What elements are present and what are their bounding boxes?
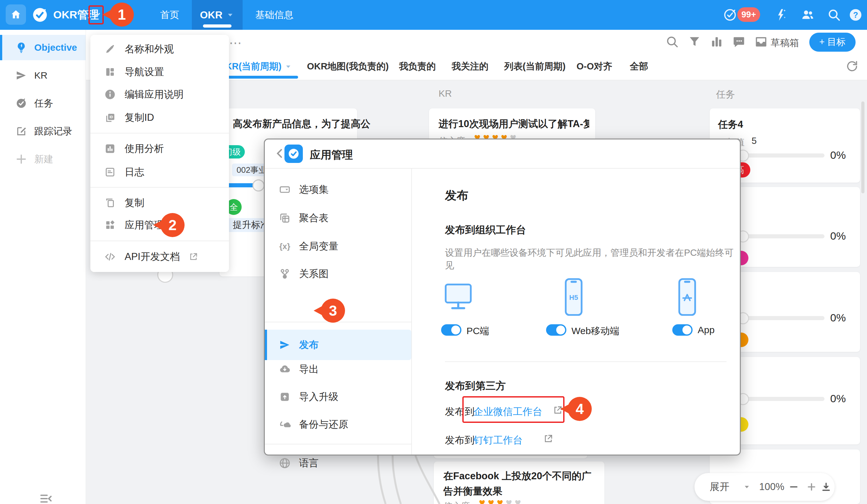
- sidebar-item-label: KR: [34, 70, 47, 81]
- okr-app-screen: ⋯ 草稿箱 + 目标 OKR(当前周期) OKR地图(我负责的) 我负责的 我关…: [0, 0, 867, 504]
- task-progress-value: 0%: [830, 149, 846, 161]
- sidebar-item-label: Objective: [34, 42, 77, 53]
- sidebar-item-task[interactable]: 任务: [0, 91, 86, 116]
- draftbox-label[interactable]: 草稿箱: [771, 36, 799, 50]
- progress-track[interactable]: [743, 316, 824, 320]
- app-grid-icon: [104, 219, 116, 231]
- column-header-kr: KR: [439, 88, 452, 99]
- section-divider: [445, 361, 727, 362]
- tab-okr-current-cycle[interactable]: OKR(当前周期): [218, 58, 292, 75]
- modal-app-icon: [285, 144, 303, 163]
- progress-value: 0%: [830, 311, 846, 324]
- modal-nav-backup-restore[interactable]: 备份与还原: [265, 414, 411, 435]
- search-icon[interactable]: [665, 35, 679, 49]
- publish-heading: 发布: [445, 188, 468, 204]
- help-icon[interactable]: ?: [849, 8, 863, 22]
- external-link-icon[interactable]: [543, 434, 553, 444]
- comment-icon[interactable]: [732, 35, 746, 49]
- progress-track[interactable]: [743, 234, 824, 238]
- code-icon: [104, 251, 116, 262]
- progress-track[interactable]: [743, 397, 824, 401]
- more-dots-icon[interactable]: ⋯: [229, 35, 243, 50]
- todo-check-icon[interactable]: [723, 8, 737, 22]
- collapse-sidebar-icon[interactable]: [39, 492, 53, 504]
- facebook-kr-card[interactable]: 在Facebook 上投放20个不同的广告并衡量效果 信心度 ♥♥♥♥♥: [434, 461, 604, 504]
- zoom-level: 100%: [759, 473, 784, 501]
- menu-item-copy-id[interactable]: ID 复制ID: [90, 108, 229, 128]
- app-settings-menu: 名称和外观 导航设置 编辑应用说明 ID 复制ID 使用分析 日志: [90, 35, 229, 272]
- download-icon[interactable]: [821, 473, 832, 501]
- add-objective-button[interactable]: + 目标: [809, 33, 856, 52]
- info-icon: [104, 89, 116, 100]
- facebook-card-title: 在Facebook 上投放20个不同的广告并衡量效果: [443, 469, 596, 499]
- tab-my-responsible[interactable]: 我负责的: [399, 58, 436, 75]
- log-icon: [104, 166, 116, 178]
- menu-item-edit-description[interactable]: 编辑应用说明: [90, 84, 229, 105]
- org-workbench-section-title: 发布到组织工作台: [445, 223, 526, 237]
- expand-caret-icon[interactable]: [743, 473, 751, 501]
- sidebar-item-track-record[interactable]: 跟踪记录: [0, 119, 86, 144]
- analytics-icon: [104, 143, 116, 154]
- tab-okr-map[interactable]: OKR地图(我负责的): [307, 58, 389, 75]
- braces-x-icon: {x}: [279, 240, 291, 252]
- menu-item-duplicate[interactable]: 复制: [90, 193, 229, 213]
- active-nav-underline: [203, 24, 232, 28]
- modal-nav-divider: [265, 444, 411, 445]
- menu-item-nav-settings[interactable]: 导航设置: [90, 62, 229, 82]
- menu-item-usage-analytics[interactable]: 使用分析: [90, 139, 229, 159]
- app-toggle[interactable]: [672, 324, 693, 336]
- edit-square-icon: [15, 125, 27, 137]
- tab-all[interactable]: 全部: [630, 58, 648, 75]
- draftbox-icon[interactable]: [754, 35, 768, 49]
- lightbulb-icon: [15, 42, 27, 54]
- confidence-hearts: ♥♥♥♥♥: [479, 496, 524, 504]
- app-logo-icon: [32, 7, 48, 23]
- refresh-icon[interactable]: [845, 59, 859, 73]
- home-button[interactable]: [6, 4, 26, 25]
- pencil-icon: [104, 43, 116, 55]
- zoom-out-icon[interactable]: [788, 473, 799, 501]
- tab-oo-align[interactable]: O-O对齐: [577, 58, 612, 75]
- modal-nav-relation-graph[interactable]: 关系图: [265, 264, 411, 284]
- modal-nav-export[interactable]: 导出: [265, 359, 411, 380]
- menu-item-api-docs[interactable]: API开发文档: [90, 246, 229, 267]
- nav-item-home[interactable]: 首页: [160, 0, 179, 30]
- web-toggle[interactable]: [546, 324, 566, 336]
- members-icon[interactable]: [801, 8, 815, 22]
- sidebar-item-create[interactable]: 新建: [0, 146, 86, 172]
- global-search-icon[interactable]: [827, 8, 841, 22]
- send-icon: [15, 69, 27, 81]
- external-link-icon: [189, 252, 198, 262]
- step4-marker: 4: [568, 397, 592, 421]
- scrollbar-thumb[interactable]: [861, 101, 865, 193]
- app-device-icon: [670, 278, 705, 316]
- home-icon: [10, 9, 22, 20]
- menu-divider: [90, 241, 229, 241]
- chart-icon[interactable]: [710, 35, 724, 49]
- pc-toggle[interactable]: [441, 324, 461, 336]
- modal-nav-global-variables[interactable]: {x} 全局变量: [265, 236, 411, 256]
- nav-item-okr[interactable]: OKR: [192, 0, 243, 30]
- left-sidebar: Objective KR 任务 跟踪记录 新建: [0, 30, 86, 504]
- menu-item-log[interactable]: 日志: [90, 162, 229, 182]
- modal-title: 应用管理: [310, 148, 353, 162]
- tab-list-current-cycle[interactable]: 列表(当前周期): [504, 58, 565, 75]
- expand-button[interactable]: 展开: [710, 473, 729, 501]
- sparkle-bolt-icon[interactable]: [774, 8, 788, 22]
- filter-icon[interactable]: [687, 35, 702, 49]
- objective-progress-knob[interactable]: [253, 179, 265, 191]
- dingtalk-workbench-link[interactable]: 钉钉工作台: [473, 434, 523, 447]
- sidebar-item-objective[interactable]: Objective: [0, 35, 86, 60]
- task-progress-track[interactable]: [743, 153, 824, 157]
- modal-nav-import-upgrade[interactable]: 导入升级: [265, 387, 411, 407]
- nav-item-basic-info[interactable]: 基础信息: [255, 0, 293, 30]
- zoom-in-icon[interactable]: [806, 473, 817, 501]
- menu-item-name-appearance[interactable]: 名称和外观: [90, 39, 229, 59]
- modal-nav-aggregate-tables[interactable]: 聚合表: [265, 208, 411, 228]
- modal-nav-publish[interactable]: 发布: [265, 330, 411, 360]
- sidebar-item-kr[interactable]: KR: [0, 63, 86, 88]
- modal-nav-option-sets[interactable]: 选项集: [265, 179, 411, 200]
- tab-my-followed[interactable]: 我关注的: [452, 58, 488, 75]
- modal-nav-language[interactable]: 语言: [265, 453, 411, 473]
- kr-card-title: 进行10次现场用户测试以了解TA-复制: [439, 117, 589, 131]
